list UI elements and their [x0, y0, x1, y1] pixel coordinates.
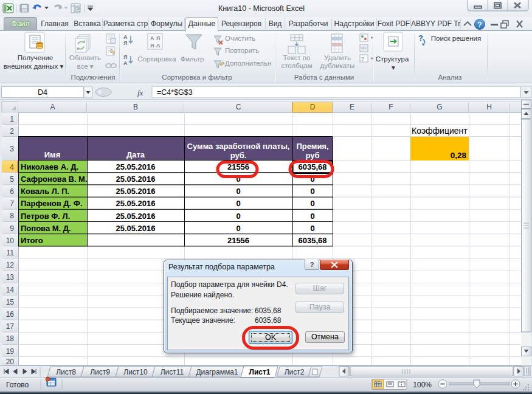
svg-text:11: 11: [7, 249, 15, 257]
svg-text:6: 6: [10, 187, 14, 196]
svg-text:5: 5: [10, 175, 14, 184]
svg-text:18: 18: [6, 334, 15, 343]
svg-text:Лист1: Лист1: [249, 368, 270, 376]
svg-text:13: 13: [6, 273, 15, 282]
svg-text:20: 20: [6, 358, 15, 366]
svg-text:100%: 100%: [413, 381, 432, 389]
svg-text:Лист8: Лист8: [56, 368, 76, 376]
svg-text:F: F: [389, 103, 393, 111]
svg-text:Лист2: Лист2: [285, 368, 305, 376]
svg-text:Диаграмма1: Диаграмма1: [196, 368, 238, 376]
svg-text:0: 0: [310, 212, 314, 221]
svg-text:руб: руб: [305, 151, 319, 160]
svg-text:Лист11: Лист11: [161, 368, 184, 376]
svg-text:0: 0: [236, 224, 240, 233]
svg-text:Дата: Дата: [126, 150, 145, 159]
svg-text:0: 0: [236, 187, 240, 196]
svg-text:Имя: Имя: [44, 150, 61, 159]
svg-text:14: 14: [6, 286, 15, 294]
svg-text:Попова М. Д.: Попова М. Д.: [21, 224, 71, 233]
svg-text:Премия,: Премия,: [296, 142, 328, 151]
svg-text:0: 0: [236, 199, 240, 208]
svg-text:15: 15: [6, 298, 15, 306]
svg-text:25.05.2016: 25.05.2016: [116, 187, 155, 196]
svg-text:25.05.2016: 25.05.2016: [116, 224, 155, 233]
svg-text:25.05.2016: 25.05.2016: [116, 199, 155, 208]
svg-text:12: 12: [6, 261, 15, 269]
svg-text:6035,68: 6035,68: [299, 162, 327, 171]
svg-text:Сумма заработной платы,: Сумма заработной платы,: [187, 142, 290, 151]
svg-text:2: 2: [10, 127, 14, 136]
svg-text:10: 10: [6, 237, 15, 245]
svg-text:19: 19: [6, 347, 15, 356]
svg-text:8: 8: [10, 212, 14, 220]
svg-text:4: 4: [10, 163, 14, 171]
svg-text:25.05.2016: 25.05.2016: [116, 162, 155, 171]
svg-text:Коваль Л. П.: Коваль Л. П.: [21, 187, 69, 196]
svg-text:3: 3: [10, 145, 14, 153]
svg-text:25.05.2016: 25.05.2016: [116, 175, 155, 184]
svg-text:Готово: Готово: [6, 381, 29, 389]
svg-text:Сафронова В. М.: Сафронова В. М.: [21, 175, 88, 184]
svg-text:1: 1: [10, 115, 14, 123]
svg-text:6035,68: 6035,68: [299, 236, 327, 245]
svg-text:Парфенов Д. Ф.: Парфенов Д. Ф.: [21, 199, 83, 208]
svg-text:H: H: [486, 103, 492, 111]
svg-text:0: 0: [236, 212, 240, 221]
svg-text:Коэффициент: Коэффициент: [412, 126, 468, 136]
svg-text:16: 16: [6, 310, 15, 319]
svg-text:0,28: 0,28: [451, 151, 467, 160]
svg-text:руб.: руб.: [230, 151, 247, 160]
svg-text:A: A: [50, 103, 55, 111]
svg-text:0: 0: [310, 224, 314, 233]
svg-text:9: 9: [10, 224, 14, 233]
svg-text:0: 0: [310, 199, 314, 208]
svg-text:21556: 21556: [227, 236, 249, 245]
svg-text:Петров Ф. Л.: Петров Ф. Л.: [21, 212, 70, 221]
svg-text:Лист9: Лист9: [90, 368, 110, 376]
svg-text:25.05.2016: 25.05.2016: [116, 212, 155, 221]
svg-text:E: E: [350, 103, 354, 111]
svg-text:17: 17: [6, 322, 15, 331]
svg-text:Лист10: Лист10: [123, 368, 148, 376]
svg-text:7: 7: [10, 199, 14, 208]
svg-text:Николаев А. Д.: Николаев А. Д.: [21, 162, 78, 171]
svg-text:B: B: [133, 103, 138, 111]
svg-text:Итого: Итого: [21, 236, 43, 245]
svg-text:C: C: [236, 103, 241, 111]
svg-text:D: D: [310, 103, 316, 111]
svg-text:0: 0: [310, 187, 314, 196]
svg-text:G: G: [437, 103, 442, 111]
